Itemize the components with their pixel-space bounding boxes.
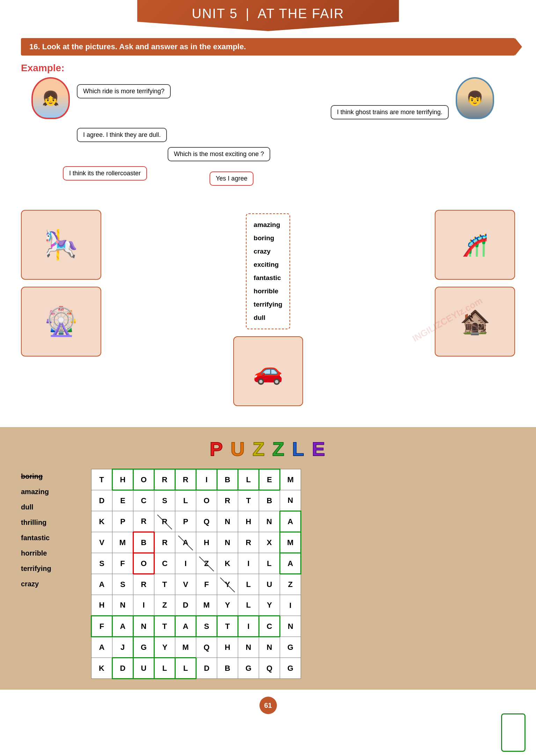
grid-cell: U xyxy=(259,574,280,595)
puzzle-title: P U Z Z L E xyxy=(21,438,515,460)
grid-cell: U xyxy=(133,658,154,679)
grid-cell: T xyxy=(154,574,175,595)
grid-cell: S xyxy=(154,490,175,511)
word-exciting: exciting xyxy=(254,258,282,271)
grid-cell: P xyxy=(112,511,133,532)
bubble-6-text: Yes I agree xyxy=(210,171,254,186)
grid-cell: J xyxy=(112,637,133,658)
girl-character: 👧 xyxy=(31,77,70,119)
grid-cell: N xyxy=(238,637,259,658)
grid-cell: R xyxy=(217,490,238,511)
word-boring: boring xyxy=(254,232,282,245)
grid-cell: L xyxy=(175,490,196,511)
letter-z2: Z xyxy=(272,438,286,460)
grid-cell: A xyxy=(91,637,112,658)
grid-cell: E xyxy=(112,490,133,511)
grid-cell: I xyxy=(238,616,259,637)
grid-cell: S xyxy=(112,574,133,595)
header-separator: | xyxy=(245,6,250,21)
bubble-3-text: I agree. I think they are dull. xyxy=(77,128,167,142)
puzzle-word-dull: dull xyxy=(21,499,77,515)
grid-cell: T xyxy=(91,469,112,490)
score-box-top xyxy=(501,713,526,752)
bubble-4: Which is the most exciting one ? xyxy=(168,147,270,164)
bubble-6: Yes I agree xyxy=(210,171,254,189)
grid-cell: D xyxy=(175,595,196,616)
grid-cell: G xyxy=(238,658,259,679)
grid-cell: E xyxy=(259,469,280,490)
grid-cell: B xyxy=(217,658,238,679)
grid-row: AJGYMQHNNG xyxy=(91,637,301,658)
grid-cell: Q xyxy=(259,658,280,679)
instruction-box: 16. Look at the pictures. Ask and answer… xyxy=(21,38,515,56)
grid-cell: Z xyxy=(154,595,175,616)
puzzle-layout: boring amazing dull thrilling fantastic … xyxy=(21,469,515,679)
grid-cell: G xyxy=(133,637,154,658)
puzzle-word-thrilling: thrilling xyxy=(21,515,77,530)
grid-cell: N xyxy=(133,616,154,637)
grid-cell: R xyxy=(154,532,175,553)
grid-cell: L xyxy=(154,658,175,679)
center-column: amazing boring crazy exciting fantastic … xyxy=(108,210,428,406)
rides-section: 🎠 🎡 amazing boring crazy exciting fantas… xyxy=(21,210,515,406)
puzzle-title-text: P U Z Z L E xyxy=(210,439,326,460)
dialog-section: 👧 👦 Which ride is more terrifying? I thi… xyxy=(21,77,515,231)
puzzle-word-fantastic: fantastic xyxy=(21,530,77,545)
grid-cell: Q xyxy=(196,637,217,658)
grid-cell: G xyxy=(280,637,301,658)
rollercoaster-icon: 🎢 xyxy=(462,233,488,257)
puzzle-grid-container: THORRIBLEMDECSLORTBNKPRRPQNHNAVMBRAHNRXM… xyxy=(91,469,515,679)
puzzle-word-terrifying: terrifying xyxy=(21,561,77,576)
grid-row: THORRIBLEM xyxy=(91,469,301,490)
page-header: UNIT 5 | AT THE FAIR xyxy=(137,0,399,31)
grid-cell: H xyxy=(91,595,112,616)
grid-cell: H xyxy=(217,637,238,658)
right-rides: 🎢 🏚️ xyxy=(435,210,515,406)
word-terrifying: terrifying xyxy=(254,298,282,311)
grid-cell: A xyxy=(175,616,196,637)
page-number-section: 61 xyxy=(0,690,536,718)
carousel-icon: 🎠 xyxy=(44,228,79,261)
grid-cell: H xyxy=(238,511,259,532)
grid-cell: R xyxy=(238,532,259,553)
bubble-1-text: Which ride is more terrifying? xyxy=(77,84,171,98)
grid-row: VMBRAHNRXM xyxy=(91,532,301,553)
bubble-3: I agree. I think they are dull. xyxy=(77,128,167,145)
puzzle-word-amazing: amazing xyxy=(21,484,77,499)
grid-cell: N xyxy=(217,511,238,532)
grid-cell: R xyxy=(133,511,154,532)
grid-cell: O xyxy=(196,490,217,511)
grid-cell: A xyxy=(91,574,112,595)
grid-cell: A xyxy=(112,616,133,637)
grid-cell: Y xyxy=(217,574,238,595)
grid-cell: B xyxy=(217,469,238,490)
grid-cell: N xyxy=(280,490,301,511)
left-rides: 🎠 🎡 xyxy=(21,210,101,406)
grid-cell: F xyxy=(196,574,217,595)
grid-cell: T xyxy=(217,616,238,637)
grid-cell: Z xyxy=(280,574,301,595)
page-title: UNIT 5 | AT THE FAIR xyxy=(151,6,385,21)
word-fantastic: fantastic xyxy=(254,271,282,285)
grid-cell: T xyxy=(238,490,259,511)
grid-cell: V xyxy=(91,532,112,553)
grid-cell: C xyxy=(133,490,154,511)
grid-cell: S xyxy=(196,616,217,637)
grid-cell: R xyxy=(154,469,175,490)
boy-character: 👦 xyxy=(456,77,494,119)
puzzle-section: P U Z Z L E boring amazing dull thrillin… xyxy=(0,427,536,690)
grid-cell: K xyxy=(217,553,238,574)
grid-row: KPRRPQNHNA xyxy=(91,511,301,532)
word-horrible: horrible xyxy=(254,285,282,298)
grid-cell: L xyxy=(238,574,259,595)
grid-cell: L xyxy=(175,658,196,679)
grid-cell: A xyxy=(175,532,196,553)
grid-row: FANTASTICN xyxy=(91,616,301,637)
grid-row: KDULLDBGQG xyxy=(91,658,301,679)
grid-cell: N xyxy=(280,616,301,637)
grid-row: ASRTVFYLUZ xyxy=(91,574,301,595)
letter-p: P xyxy=(210,438,224,460)
boy-avatar: 👦 xyxy=(456,77,494,119)
grid-cell: R xyxy=(133,574,154,595)
grid-cell: K xyxy=(91,658,112,679)
